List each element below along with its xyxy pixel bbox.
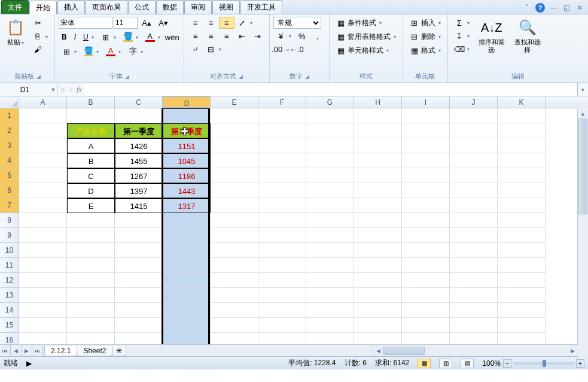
cell-A10[interactable]: [19, 243, 67, 258]
cut-button[interactable]: ✂: [30, 17, 45, 29]
cell-I1[interactable]: [402, 108, 450, 123]
align-right-button[interactable]: ≡: [219, 30, 234, 42]
cell-C16[interactable]: [115, 333, 163, 344]
cell-D2[interactable]: 第二季度: [163, 123, 211, 138]
cell-E7[interactable]: [211, 198, 258, 213]
cell-styles-button[interactable]: ▦单元格样式: [333, 44, 392, 57]
cell-H13[interactable]: [354, 288, 402, 303]
cell-G1[interactable]: [306, 108, 354, 123]
sheet-nav-next[interactable]: ▶: [22, 345, 32, 356]
tab-insert[interactable]: 插入: [57, 0, 85, 14]
row-header-6[interactable]: 6: [0, 183, 19, 198]
cell-K15[interactable]: [498, 318, 546, 333]
find-select-button[interactable]: 🔍 查找和选择: [511, 17, 544, 71]
cell-B14[interactable]: [67, 303, 115, 318]
sheet-nav-first[interactable]: ⏮: [0, 345, 11, 356]
cell-A9[interactable]: [19, 228, 67, 243]
align-left-button[interactable]: ≡: [188, 30, 203, 42]
cell-K13[interactable]: [498, 288, 546, 303]
cell-A8[interactable]: [19, 213, 67, 228]
align-top-button[interactable]: ≡: [188, 17, 203, 29]
cell-G11[interactable]: [306, 258, 354, 273]
cell-A6[interactable]: [19, 183, 67, 198]
cell-D10[interactable]: [163, 243, 211, 258]
tab-review[interactable]: 审阅: [184, 0, 212, 14]
cell-G13[interactable]: [306, 288, 354, 303]
cell-E5[interactable]: [211, 168, 258, 183]
increase-indent-button[interactable]: ⇥: [250, 30, 266, 42]
vertical-scrollbar[interactable]: ▲ ▼: [577, 109, 588, 358]
format-cells-button[interactable]: ▦格式: [407, 44, 444, 57]
cell-D4[interactable]: 1045: [163, 153, 211, 168]
column-header-H[interactable]: H: [354, 96, 402, 108]
cell-A13[interactable]: [19, 288, 67, 303]
cell-K2[interactable]: [498, 123, 546, 138]
cell-F6[interactable]: [258, 183, 306, 198]
sheet-nav-last[interactable]: ⏭: [32, 345, 43, 356]
view-normal-button[interactable]: ▦: [418, 359, 431, 368]
cell-B3[interactable]: A: [67, 138, 115, 153]
row-header-12[interactable]: 12: [0, 273, 19, 288]
column-header-G[interactable]: G: [306, 96, 354, 108]
underline-button[interactable]: U: [80, 31, 97, 43]
font-dialog-launcher[interactable]: ◢: [125, 74, 129, 80]
phonetic-button-2[interactable]: 字: [125, 46, 146, 57]
cell-K6[interactable]: [498, 183, 546, 198]
font-size-input[interactable]: [114, 17, 138, 29]
cell-D9[interactable]: [163, 228, 211, 243]
cell-G14[interactable]: [306, 303, 354, 318]
cell-B7[interactable]: E: [67, 198, 115, 213]
cell-E11[interactable]: [211, 258, 258, 273]
cell-B13[interactable]: [67, 288, 115, 303]
cell-F13[interactable]: [258, 288, 306, 303]
cell-J7[interactable]: [450, 198, 498, 213]
cell-E15[interactable]: [211, 318, 258, 333]
cell-C15[interactable]: [115, 318, 163, 333]
cell-F7[interactable]: [258, 198, 306, 213]
cell-B12[interactable]: [67, 273, 115, 288]
cell-H3[interactable]: [354, 138, 402, 153]
fill-color-button-2[interactable]: 🪣: [81, 46, 102, 57]
cell-K16[interactable]: [498, 333, 546, 344]
cell-J6[interactable]: [450, 183, 498, 198]
cell-E14[interactable]: [211, 303, 258, 318]
conditional-format-button[interactable]: ▦条件格式: [333, 17, 385, 29]
font-color-button[interactable]: A: [142, 31, 163, 43]
cell-C11[interactable]: [115, 258, 163, 273]
border-button[interactable]: ⊞: [98, 31, 119, 43]
align-bottom-button[interactable]: ≡: [219, 17, 234, 29]
cell-G6[interactable]: [306, 183, 354, 198]
cell-J15[interactable]: [450, 318, 498, 333]
horizontal-scrollbar[interactable]: ◀ ▶: [373, 345, 588, 356]
bold-button[interactable]: B: [59, 31, 70, 43]
formula-input[interactable]: [84, 83, 577, 96]
cell-F3[interactable]: [258, 138, 306, 153]
cell-E1[interactable]: [211, 108, 258, 123]
cell-K9[interactable]: [498, 228, 546, 243]
cell-C6[interactable]: 1397: [115, 183, 163, 198]
cell-J14[interactable]: [450, 303, 498, 318]
cell-D15[interactable]: [163, 318, 211, 333]
cell-I14[interactable]: [402, 303, 450, 318]
cell-B15[interactable]: [67, 318, 115, 333]
cell-E12[interactable]: [211, 273, 258, 288]
cell-A7[interactable]: [19, 198, 67, 213]
row-header-14[interactable]: 14: [0, 303, 19, 318]
row-header-9[interactable]: 9: [0, 228, 19, 243]
autosum-button[interactable]: Σ: [452, 17, 473, 29]
cell-J10[interactable]: [450, 243, 498, 258]
cell-B1[interactable]: [67, 108, 115, 123]
cell-D8[interactable]: [163, 213, 211, 228]
cell-G16[interactable]: [306, 333, 354, 344]
cell-I12[interactable]: [402, 273, 450, 288]
cell-D1[interactable]: [163, 108, 211, 123]
cell-H9[interactable]: [354, 228, 402, 243]
cell-I13[interactable]: [402, 288, 450, 303]
column-header-B[interactable]: B: [67, 96, 115, 108]
cell-I16[interactable]: [402, 333, 450, 344]
row-header-11[interactable]: 11: [0, 258, 19, 273]
cell-D16[interactable]: [163, 333, 211, 344]
cell-I3[interactable]: [402, 138, 450, 153]
cell-C14[interactable]: [115, 303, 163, 318]
paste-button[interactable]: 📋 粘贴: [4, 17, 28, 71]
